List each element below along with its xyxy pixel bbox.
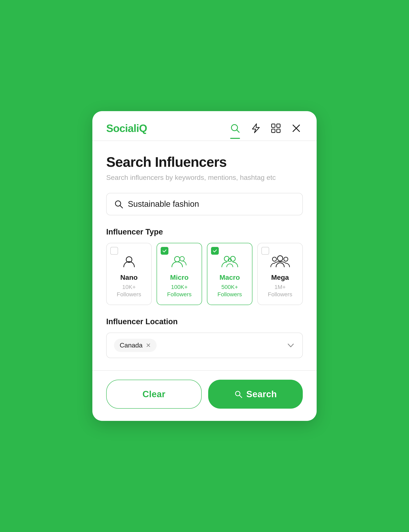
- search-button-label: Search: [246, 389, 277, 399]
- mega-followers: 1M+Followers: [268, 283, 292, 298]
- search-button[interactable]: Search: [208, 380, 303, 409]
- nav-lightning-button[interactable]: [249, 122, 262, 135]
- type-card-micro[interactable]: Micro 100K+Followers: [157, 243, 202, 305]
- page-title: Search Influencers: [106, 154, 303, 170]
- type-card-mega[interactable]: Mega 1M+Followers: [257, 243, 303, 305]
- mega-icon: [270, 254, 290, 270]
- micro-name: Micro: [170, 273, 189, 281]
- checkbox-mega[interactable]: [261, 247, 269, 255]
- chevron-down-icon: [287, 341, 295, 350]
- logo-highlight: iQ: [136, 122, 147, 134]
- location-tag-text: Canada: [120, 342, 142, 349]
- navbar: SocialiQ: [92, 111, 317, 135]
- location-tag-remove[interactable]: ✕: [146, 342, 151, 349]
- svg-point-12: [180, 257, 184, 261]
- clear-button[interactable]: Clear: [106, 380, 202, 409]
- search-input-icon: [114, 199, 123, 209]
- search-button-icon: [234, 390, 243, 398]
- location-label: Influencer Location: [106, 317, 303, 326]
- nav-icons-group: [229, 122, 303, 135]
- search-input[interactable]: [128, 199, 295, 209]
- search-icon: [230, 123, 240, 134]
- main-card: SocialiQ: [92, 111, 317, 421]
- logo: SocialiQ: [106, 122, 147, 134]
- nano-icon: [122, 254, 136, 270]
- nav-grid-button[interactable]: [269, 122, 282, 135]
- checkbox-nano[interactable]: [110, 247, 118, 255]
- svg-line-20: [239, 395, 242, 398]
- svg-rect-5: [277, 129, 280, 132]
- svg-point-16: [272, 257, 277, 261]
- checkbox-micro[interactable]: [161, 247, 168, 255]
- svg-rect-2: [272, 124, 275, 127]
- macro-icon: [221, 254, 239, 270]
- nav-close-button[interactable]: [290, 122, 303, 135]
- mega-name: Mega: [271, 273, 289, 281]
- nav-search-button[interactable]: [229, 122, 242, 135]
- main-content: Search Influencers Search influencers by…: [92, 141, 317, 358]
- macro-name: Macro: [219, 273, 240, 281]
- type-card-macro[interactable]: Macro 500K+Followers: [207, 243, 252, 305]
- grid-icon: [271, 123, 281, 133]
- footer: Clear Search: [92, 370, 317, 421]
- type-card-nano[interactable]: Nano 10K+Followers: [106, 243, 152, 305]
- macro-followers: 500K+Followers: [218, 283, 242, 298]
- search-input-wrapper: [106, 193, 303, 215]
- influencer-type-label: Influencer Type: [106, 228, 303, 236]
- influencer-type-grid: Nano 10K+Followers: [106, 243, 303, 305]
- svg-rect-3: [277, 124, 280, 127]
- lightning-icon: [251, 123, 260, 134]
- location-tag-canada: Canada ✕: [114, 339, 157, 352]
- svg-point-11: [175, 257, 180, 262]
- svg-point-18: [284, 257, 288, 261]
- svg-point-17: [278, 256, 283, 261]
- page-subtitle: Search influencers by keywords, mentions…: [106, 174, 303, 181]
- location-dropdown[interactable]: Canada ✕: [106, 333, 303, 358]
- nano-name: Nano: [120, 273, 138, 281]
- svg-rect-4: [272, 129, 275, 132]
- svg-line-1: [236, 130, 239, 132]
- close-icon: [291, 123, 301, 133]
- nano-followers: 10K+Followers: [117, 283, 141, 298]
- svg-line-9: [120, 205, 122, 208]
- micro-followers: 100K+Followers: [167, 283, 192, 298]
- logo-text: Social: [106, 122, 136, 134]
- micro-icon: [171, 254, 188, 270]
- checkbox-macro[interactable]: [211, 247, 219, 255]
